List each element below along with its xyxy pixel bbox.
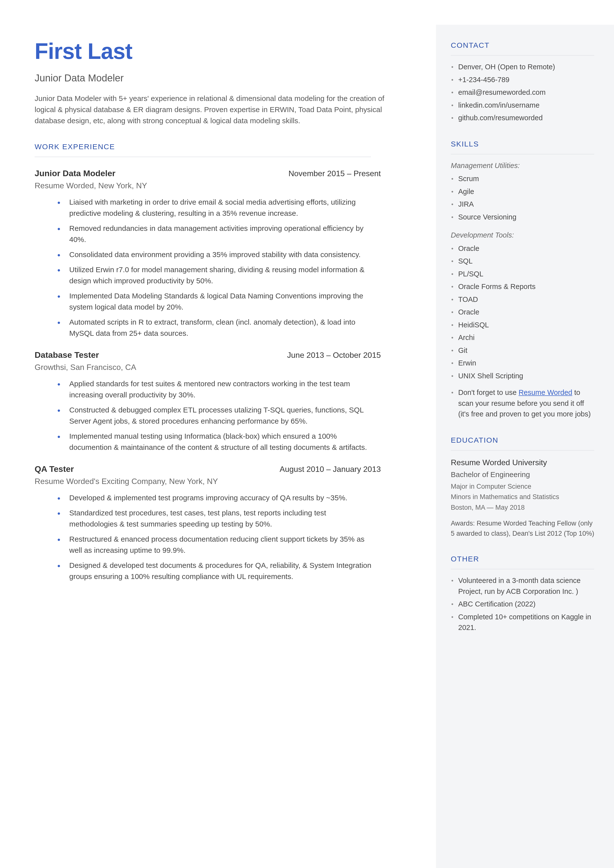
contact-heading: CONTACT	[451, 40, 594, 51]
divider	[451, 450, 594, 450]
education-major: Major in Computer Science	[451, 481, 594, 492]
skills-heading: SKILLS	[451, 138, 594, 149]
job-bullet: Designed & developed test documents & pr…	[69, 560, 386, 582]
job-dates: November 2015 – Present	[288, 168, 381, 179]
job-company: Resume Worded's Exciting Company, New Yo…	[35, 475, 386, 487]
contact-item: email@resumeworded.com	[451, 87, 594, 98]
skill-item: Erwin	[451, 358, 594, 369]
job-entry: Database TesterJune 2013 – October 2015G…	[35, 349, 386, 453]
other-section: OTHER Volunteered in a 3-month data scie…	[451, 553, 594, 633]
job-bullet: Implemented manual testing using Informa…	[69, 430, 386, 453]
education-awards: Awards: Resume Worded Teaching Fellow (o…	[451, 519, 594, 539]
skill-list: ScrumAgileJIRASource Versioning	[451, 174, 594, 222]
resume-page: First Last Junior Data Modeler Junior Da…	[0, 0, 614, 868]
job-bullet: Developed & implemented test programs im…	[69, 492, 386, 503]
skill-item: Oracle	[451, 243, 594, 254]
skill-item: UNIX Shell Scripting	[451, 371, 594, 382]
skill-item: Oracle	[451, 307, 594, 318]
job-header: Database TesterJune 2013 – October 2015	[35, 349, 381, 361]
work-experience-heading: WORK EXPERIENCE	[35, 141, 414, 152]
job-title: Database Tester	[35, 349, 99, 361]
contact-item: linkedin.com/in/username	[451, 100, 594, 111]
divider	[35, 157, 371, 157]
job-bullet: Utilized Erwin r7.0 for model management…	[69, 264, 386, 286]
skill-item: JIRA	[451, 199, 594, 210]
job-bullet: Removed redundancies in data management …	[69, 223, 386, 245]
skills-section: SKILLS Management Utilities:ScrumAgileJI…	[451, 138, 594, 420]
skill-item: Source Versioning	[451, 212, 594, 223]
skill-item: TOAD	[451, 294, 594, 305]
education-school: Resume Worded University	[451, 457, 594, 468]
job-title: QA Tester	[35, 463, 74, 475]
other-item: Volunteered in a 3-month data science Pr…	[451, 575, 594, 597]
skill-group-title: Development Tools:	[451, 230, 594, 241]
contact-item: github.com/resumeworded	[451, 113, 594, 123]
skill-item: Agile	[451, 186, 594, 197]
job-bullet: Constructed & debugged complex ETL proce…	[69, 404, 386, 427]
other-list: Volunteered in a 3-month data science Pr…	[451, 575, 594, 633]
resume-worded-link[interactable]: Resume Worded	[519, 388, 572, 396]
other-heading: OTHER	[451, 553, 594, 564]
skills-container: Management Utilities:ScrumAgileJIRASourc…	[451, 160, 594, 382]
job-bullet: Applied standards for test suites & ment…	[69, 378, 386, 401]
skill-item: Scrum	[451, 174, 594, 184]
note-prefix: Don't forget to use	[458, 388, 519, 396]
job-bullets: Developed & implemented test programs im…	[35, 492, 386, 582]
job-dates: August 2010 – January 2013	[280, 463, 381, 475]
work-experience-section: Junior Data ModelerNovember 2015 – Prese…	[35, 167, 414, 582]
education-section: EDUCATION Resume Worded University Bache…	[451, 435, 594, 539]
job-dates: June 2013 – October 2015	[287, 349, 381, 361]
education-heading: EDUCATION	[451, 435, 594, 446]
summary-text: Junior Data Modeler with 5+ years' exper…	[35, 93, 386, 126]
job-header: QA TesterAugust 2010 – January 2013	[35, 463, 381, 475]
skill-item: HeidiSQL	[451, 320, 594, 331]
job-bullet: Liaised with marketing in order to drive…	[69, 196, 386, 219]
job-header: Junior Data ModelerNovember 2015 – Prese…	[35, 167, 381, 180]
contact-section: CONTACT Denver, OH (Open to Remote)+1-23…	[451, 40, 594, 123]
job-bullet: Restructured & enanced process documenta…	[69, 533, 386, 556]
skill-group-title: Management Utilities:	[451, 160, 594, 171]
sidebar-column: CONTACT Denver, OH (Open to Remote)+1-23…	[436, 25, 614, 868]
job-company: Resume Worded, New York, NY	[35, 180, 386, 191]
skill-item: Oracle Forms & Reports	[451, 281, 594, 292]
skill-item: Git	[451, 345, 594, 356]
skill-item: PL/SQL	[451, 269, 594, 279]
education-degree: Bachelor of Engineering	[451, 469, 594, 480]
job-entry: QA TesterAugust 2010 – January 2013Resum…	[35, 463, 386, 582]
contact-item: +1-234-456-789	[451, 75, 594, 85]
divider	[451, 55, 594, 56]
job-bullet: Implemented Data Modeling Standards & lo…	[69, 290, 386, 312]
job-company: Growthsi, San Francisco, CA	[35, 361, 386, 373]
skills-note: Don't forget to use Resume Worded to sca…	[451, 387, 594, 420]
job-bullets: Liaised with marketing in order to drive…	[35, 196, 386, 339]
other-item: Completed 10+ competitions on Kaggle in …	[451, 612, 594, 633]
divider	[451, 154, 594, 154]
skill-item: Archi	[451, 332, 594, 343]
job-bullet: Standardized test procedures, test cases…	[69, 507, 386, 529]
skill-item: SQL	[451, 256, 594, 267]
education-minors: Minors in Mathematics and Statistics	[451, 492, 594, 502]
other-item: ABC Certification (2022)	[451, 599, 594, 610]
skill-list: OracleSQLPL/SQLOracle Forms & ReportsTOA…	[451, 243, 594, 382]
contact-item: Denver, OH (Open to Remote)	[451, 62, 594, 73]
job-bullets: Applied standards for test suites & ment…	[35, 378, 386, 453]
job-title: Junior Data Modeler	[35, 167, 115, 180]
job-bullet: Consolidated data environment providing …	[69, 249, 386, 260]
candidate-name: First Last	[35, 35, 414, 68]
contact-list: Denver, OH (Open to Remote)+1-234-456-78…	[451, 62, 594, 123]
job-bullet: Automated scripts in R to extract, trans…	[69, 317, 386, 339]
main-column: First Last Junior Data Modeler Junior Da…	[0, 25, 436, 868]
education-location: Boston, MA — May 2018	[451, 503, 594, 513]
divider	[451, 569, 594, 569]
candidate-title: Junior Data Modeler	[35, 70, 414, 85]
job-entry: Junior Data ModelerNovember 2015 – Prese…	[35, 167, 386, 339]
